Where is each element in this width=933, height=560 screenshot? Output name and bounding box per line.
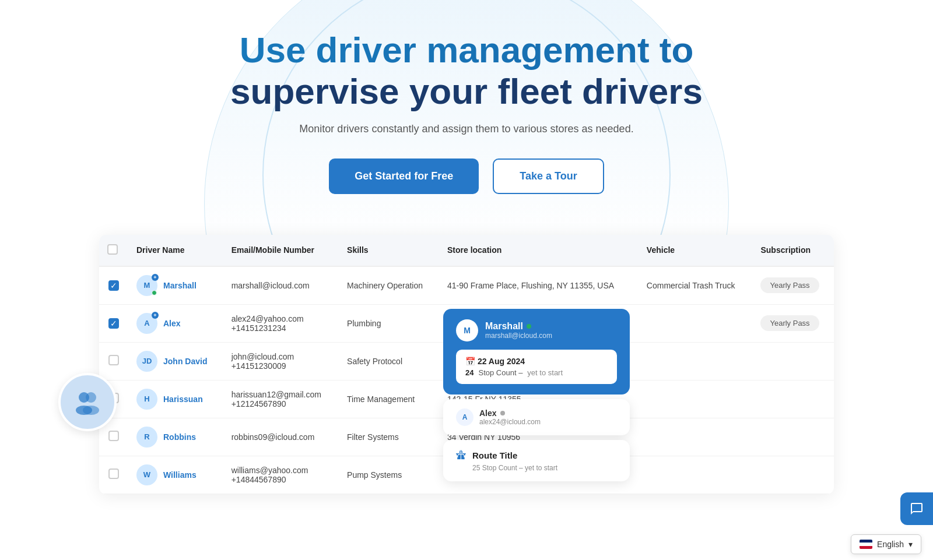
row-store-cell: 41-90 Frame Place, Flushing, NY 11355, U… [439, 266, 639, 305]
row-avatar-name-cell: R Robbins [128, 418, 223, 456]
row-checkbox-cell [99, 456, 128, 494]
row-vehicle-cell [639, 342, 753, 380]
subscription-badge: Yearly Pass [760, 277, 819, 293]
svg-point-3 [83, 406, 99, 415]
row-subscription-cell [752, 418, 834, 456]
chat-button[interactable] [900, 492, 933, 525]
col-email-mobile: Email/Mobile Number [223, 235, 339, 266]
row-vehicle-cell: Commercial Trash Truck [639, 266, 753, 305]
row-checkbox-cell: ✓ [99, 266, 128, 305]
driver-name: Alex [163, 319, 181, 328]
online-indicator [527, 324, 531, 329]
language-dropdown[interactable]: English ▾ [851, 534, 921, 554]
hero-title-line1: Use driver management to [12, 29, 921, 71]
row-avatar-name-cell: JD John David [128, 342, 223, 380]
subscription-badge: Yearly Pass [760, 315, 819, 331]
row-vehicle-cell [639, 304, 753, 342]
popup-alex-card: A Alex alex24@icloud.com [443, 399, 630, 435]
row-skills-cell: Safety Protocol [339, 342, 439, 380]
row-skills-cell: Plumbing [339, 304, 439, 342]
driver-name: John David [163, 357, 207, 366]
driver-email: marshall@icloud.com [232, 281, 331, 290]
take-tour-button[interactable]: Take a Tour [493, 159, 604, 194]
row-skills-cell: Time Management [339, 380, 439, 418]
row-checkbox-0[interactable]: ✓ [108, 280, 119, 291]
col-store-location: Store location [439, 235, 639, 266]
cta-group: Get Started for Free Take a Tour [12, 159, 921, 194]
driver-avatar: JD [136, 351, 157, 372]
popup-marshall-header: M Marshall marshall@icloud.com [456, 319, 617, 341]
row-skills-cell: Machinery Operation [339, 266, 439, 305]
row-email-mobile-cell: john@icloud.com +14151230009 [223, 342, 339, 380]
row-email-mobile-cell: marshall@icloud.com [223, 266, 339, 305]
row-checkbox-4[interactable] [108, 431, 119, 441]
row-skills-cell: Filter Systems [339, 418, 439, 456]
row-email-mobile-cell: alex24@yahoo.com +14151231234 [223, 304, 339, 342]
row-email-mobile-cell: harissuan12@gmail.com +12124567890 [223, 380, 339, 418]
driver-name: Harissuan [163, 395, 203, 404]
svg-point-1 [86, 392, 96, 403]
row-checkbox-1[interactable]: ✓ [108, 318, 119, 329]
col-driver-name: Driver Name [128, 235, 223, 266]
row-subscription-cell [752, 456, 834, 494]
row-avatar-name-cell: M+ Marshall [128, 266, 223, 305]
driver-mobile: +12124567890 [232, 399, 331, 408]
route-icon: 🛣 [456, 449, 466, 462]
route-title-row: 🛣 Route Title [456, 449, 617, 462]
driver-name: Marshall [163, 281, 197, 290]
row-subscription-cell [752, 380, 834, 418]
language-label: English [877, 540, 904, 549]
row-checkbox-cell: ✓ [99, 304, 128, 342]
get-started-button[interactable]: Get Started for Free [329, 159, 479, 194]
row-avatar-name-cell: H Harissuan [128, 380, 223, 418]
row-checkbox-2[interactable] [108, 355, 119, 365]
popup-marshall-date-row: 📅 22 Aug 2024 24 Stop Count – yet to sta… [456, 350, 617, 384]
driver-mobile: +14151231234 [232, 323, 331, 333]
driver-mobile: +14151230009 [232, 361, 331, 371]
popup-route-card: 🛣 Route Title 25 Stop Count – yet to sta… [443, 440, 630, 481]
avatar-group-icon [58, 373, 117, 431]
driver-email: williams@yahoo.com [232, 466, 331, 475]
offline-indicator [500, 411, 505, 415]
row-email-mobile-cell: robbins09@icloud.com [223, 418, 339, 456]
popup-marshall-avatar: M [456, 319, 478, 341]
popup-marshall-email: marshall@icloud.com [485, 332, 552, 340]
driver-avatar: A+ [136, 313, 157, 334]
driver-avatar: H [136, 389, 157, 410]
driver-avatar: R [136, 427, 157, 448]
driver-email: harissuan12@gmail.com [232, 390, 331, 399]
table-header-row: Driver Name Email/Mobile Number Skills S… [99, 235, 834, 266]
popup-stop-info: 24 Stop Count – yet to start [465, 368, 608, 377]
select-all-checkbox[interactable] [107, 244, 118, 255]
chevron-down-icon: ▾ [909, 540, 913, 549]
driver-avatar: M+ [136, 275, 157, 296]
row-avatar-name-cell: A+ Alex [128, 304, 223, 342]
popup-alex-name: Alex [479, 408, 541, 418]
driver-email: robbins09@icloud.com [232, 432, 331, 442]
row-checkbox-5[interactable] [108, 469, 119, 479]
popup-marshall-name: Marshall [485, 321, 552, 332]
row-avatar-name-cell: W Williams [128, 456, 223, 494]
driver-email: alex24@yahoo.com [232, 314, 331, 323]
popup-alex-email: alex24@icloud.com [479, 418, 541, 426]
popup-alex-header: A Alex alex24@icloud.com [456, 408, 617, 426]
row-skills-cell: Pump Systems [339, 456, 439, 494]
col-skills: Skills [339, 235, 439, 266]
row-vehicle-cell [639, 418, 753, 456]
row-vehicle-cell [639, 380, 753, 418]
driver-avatar: W [136, 464, 157, 485]
header-checkbox-col [99, 235, 128, 266]
table-row: ✓ M+ Marshall marshall@icloud.com Machin… [99, 266, 834, 305]
hero-subtitle: Monitor drivers constantly and assign th… [12, 123, 921, 135]
hero-title-line2: supervise your fleet drivers [12, 71, 921, 112]
row-checkbox-cell [99, 342, 128, 380]
col-subscription: Subscription [752, 235, 834, 266]
driver-email: john@icloud.com [232, 352, 331, 361]
row-subscription-cell: Yearly Pass [752, 304, 834, 342]
route-title-text: Route Title [472, 450, 517, 460]
hero-section: Use driver management to supervise your … [0, 0, 933, 217]
driver-mobile: +14844567890 [232, 475, 331, 484]
driver-name: Robbins [163, 432, 196, 442]
popup-marshall-card: M Marshall marshall@icloud.com 📅 22 Aug … [443, 309, 630, 395]
popup-container: M Marshall marshall@icloud.com 📅 22 Aug … [443, 309, 630, 481]
